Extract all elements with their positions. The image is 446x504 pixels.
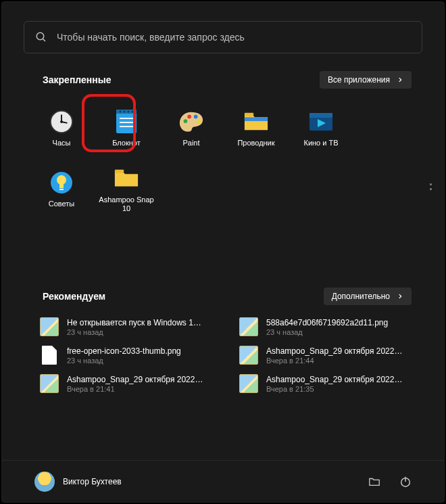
svg-rect-28 [59, 189, 64, 190]
pinned-tile-paint[interactable]: Paint [159, 98, 224, 159]
pinned-tile-notepad[interactable]: Блокнот [94, 98, 159, 159]
svg-point-17 [187, 115, 191, 119]
avatar [34, 472, 55, 492]
recommended-item[interactable]: Ashampoo_Snap_29 октября 2022…Вчера в 21… [239, 346, 412, 365]
clock-icon [49, 109, 74, 135]
pinned-section: Закрепленные Все приложения Часы Блокнот [43, 71, 412, 220]
svg-point-11 [128, 111, 130, 113]
svg-line-1 [43, 39, 45, 41]
more-label: Дополнительно [332, 292, 390, 301]
tile-label: Часы [53, 139, 71, 147]
rec-title: Ashampoo_Snap_29 октября 2022… [266, 346, 402, 356]
rec-title: free-open-icon-2033-thumb.png [67, 346, 181, 356]
svg-rect-20 [245, 118, 268, 122]
search-icon [35, 31, 47, 43]
rec-time: Вчера в 21:44 [266, 357, 402, 365]
svg-rect-8 [116, 110, 137, 114]
recommended-title: Рекомендуем [43, 291, 105, 302]
folder-icon[interactable] [368, 476, 380, 487]
pinned-tile-tips[interactable]: Советы [29, 159, 94, 220]
pinned-grid: Часы Блокнот Paint Проводник [29, 98, 412, 220]
svg-rect-29 [115, 170, 124, 173]
image-file-icon [40, 317, 59, 336]
more-button[interactable]: Дополнительно [324, 288, 412, 305]
pinned-tile-movies[interactable]: Кино и ТВ [289, 98, 353, 159]
svg-point-9 [120, 111, 122, 113]
recommended-item[interactable]: free-open-icon-2033-thumb.png23 ч назад [40, 346, 212, 365]
rec-title: Ashampoo_Snap_29 октября 2022… [266, 375, 402, 384]
tile-label: Проводник [237, 139, 274, 147]
image-file-icon [239, 346, 258, 365]
all-apps-button[interactable]: Все приложения [320, 71, 412, 89]
image-file-icon [239, 374, 258, 393]
svg-point-0 [36, 32, 44, 40]
recommended-grid: Не открывается пуск в Windows 1…23 ч наз… [40, 317, 412, 393]
svg-point-18 [194, 115, 198, 119]
document-file-icon [42, 346, 57, 365]
svg-rect-21 [245, 113, 253, 116]
chevron-right-icon [397, 76, 403, 83]
svg-rect-27 [59, 184, 64, 188]
svg-point-16 [184, 120, 188, 124]
tips-icon [49, 170, 74, 196]
recommended-item[interactable]: 588a64e7d06f6719692a2d11.png23 ч назад [239, 317, 412, 336]
tile-label: Ashampoo Snap 10 [97, 196, 156, 213]
power-icon[interactable] [399, 476, 412, 488]
recommended-item[interactable]: Ashampoo_Snap_29 октября 2022…Вчера в 21… [40, 374, 212, 393]
image-file-icon [40, 374, 59, 393]
rec-time: 23 ч назад [67, 328, 201, 336]
search-placeholder: Чтобы начать поиск, введите запрос здесь [57, 32, 245, 43]
notepad-icon [114, 109, 139, 135]
rec-title: Не открывается пуск в Windows 1… [67, 318, 201, 327]
svg-rect-23 [309, 113, 332, 118]
rec-time: 23 ч назад [266, 328, 388, 336]
paint-icon [178, 109, 204, 135]
image-file-icon [239, 317, 258, 336]
tile-label: Paint [182, 139, 199, 147]
rec-title: 588a64e7d06f6719692a2d11.png [266, 318, 388, 327]
start-menu: Чтобы начать поиск, введите запрос здесь… [1, 1, 445, 503]
recommended-item[interactable]: Ashampoo_Snap_29 октября 2022…Вчера в 21… [239, 374, 412, 393]
user-name: Виктор Бухтеев [63, 477, 122, 486]
svg-point-26 [57, 175, 66, 185]
tile-label: Блокнот [112, 139, 141, 147]
pinned-tile-clock[interactable]: Часы [29, 98, 94, 159]
svg-point-12 [132, 111, 134, 113]
rec-time: Вчера в 21:41 [67, 385, 203, 393]
recommended-section: Рекомендуем Дополнительно Не открывается… [43, 288, 412, 393]
pinned-tile-explorer[interactable]: Проводник [224, 98, 289, 159]
pinned-title: Закрепленные [43, 74, 112, 85]
rec-time: Вчера в 21:35 [266, 385, 402, 393]
footer: Виктор Бухтеев [2, 460, 444, 502]
rec-title: Ashampoo_Snap_29 октября 2022… [67, 375, 203, 384]
svg-point-6 [60, 121, 63, 124]
svg-point-10 [124, 111, 126, 113]
recommended-item[interactable]: Не открывается пуск в Windows 1…23 ч наз… [40, 317, 212, 336]
all-apps-label: Все приложения [328, 75, 390, 85]
search-box[interactable]: Чтобы начать поиск, введите запрос здесь [24, 21, 422, 53]
user-account-button[interactable]: Виктор Бухтеев [34, 472, 122, 492]
tile-label: Советы [49, 200, 74, 208]
pinned-tile-ashampoo[interactable]: Ashampoo Snap 10 [94, 159, 159, 220]
folder-icon [114, 166, 139, 191]
svg-point-19 [197, 120, 201, 124]
rec-time: 23 ч назад [67, 357, 181, 365]
more-pages-button[interactable] [430, 183, 432, 190]
explorer-icon [243, 109, 269, 135]
tile-label: Кино и ТВ [303, 139, 338, 147]
movies-icon [308, 109, 334, 135]
chevron-right-icon [397, 293, 403, 300]
